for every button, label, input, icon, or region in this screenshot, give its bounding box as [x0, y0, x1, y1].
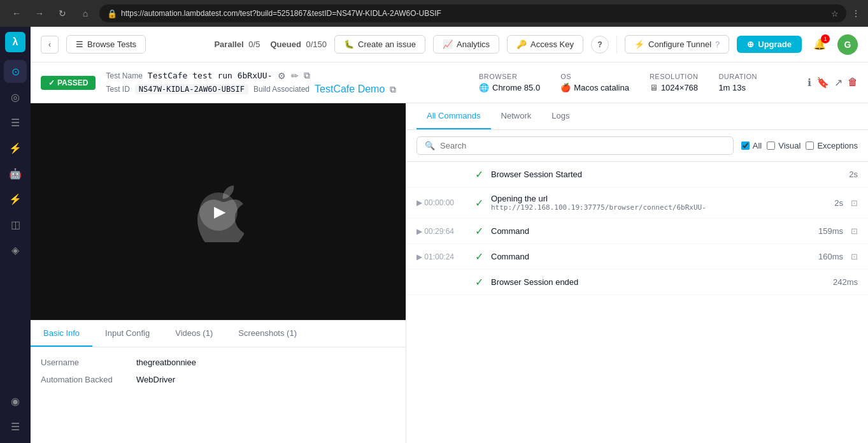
screenshot-icon[interactable]: ⊡ — [851, 226, 858, 236]
sidebar-item-home[interactable]: ⊙ — [4, 60, 27, 83]
sidebar: λ ⊙ ◎ ☰ ⚡ 🤖 ⚡ ◫ ◈ ◉ ☰ — [0, 27, 31, 443]
delete-icon[interactable]: 🗑 — [848, 76, 858, 89]
filter-all-checkbox[interactable] — [741, 142, 750, 150]
sidebar-item-grid[interactable]: ◫ — [4, 213, 27, 236]
user-avatar[interactable]: G — [837, 34, 858, 55]
sidebar-item-settings[interactable]: ◉ — [4, 389, 27, 412]
cmd-name: Command — [491, 226, 797, 236]
configure-tunnel-button[interactable]: ⚡ Configure Tunnel ? — [625, 35, 729, 54]
tab-basic-info[interactable]: Basic Info — [31, 321, 92, 347]
test-id-label: Test ID — [106, 85, 129, 94]
cmd-duration: 160ms — [805, 252, 843, 261]
command-tab-list: All Commands Network Logs — [406, 103, 868, 130]
browse-tests-icon: ☰ — [76, 40, 83, 49]
copy-action-icon[interactable]: ⧉ — [304, 70, 310, 81]
cmd-info: Command — [491, 252, 797, 261]
sidebar-item-tests[interactable]: ☰ — [4, 111, 27, 134]
screenshot-icon[interactable]: ⊡ — [851, 198, 858, 208]
cmd-name: Command — [491, 252, 797, 261]
filter-exceptions[interactable]: Exceptions — [806, 141, 858, 150]
bug-icon: 🐛 — [344, 40, 354, 49]
browser-label: Browser — [479, 73, 540, 80]
notification-badge: 1 — [821, 34, 830, 43]
screenshot-icon[interactable]: ⊡ — [851, 252, 858, 261]
cmd-duration: 2s — [805, 198, 843, 208]
info-icon[interactable]: ℹ — [808, 76, 811, 89]
tab-videos[interactable]: Videos (1) — [162, 321, 225, 347]
settings-action-icon[interactable]: ⚙ — [278, 71, 286, 81]
analytics-label: Analytics — [457, 40, 490, 49]
cmd-timestamp: ▶ 00:29:64 — [416, 227, 467, 236]
sidebar-item-docs[interactable]: ☰ — [4, 415, 27, 438]
cmd-status-icon: ✓ — [475, 251, 483, 263]
view-icon: ◈ — [11, 244, 19, 256]
tab-screenshots[interactable]: Screenshots (1) — [225, 321, 309, 347]
browser-chrome: ← → ↻ ⌂ 🔒 https://automation.lambdatest.… — [0, 0, 868, 27]
sidebar-item-view[interactable]: ◈ — [4, 238, 27, 261]
tab-input-config[interactable]: Input Config — [92, 321, 162, 347]
filter-all[interactable]: All — [741, 141, 762, 150]
back-button[interactable]: ‹ — [41, 36, 59, 54]
help-circle-icon: ? — [715, 40, 720, 49]
create-issue-label: Create an issue — [358, 40, 416, 49]
url-bar[interactable]: 🔒 https://automation.lambdatest.com/test… — [99, 4, 846, 22]
browse-tests-label: Browse Tests — [87, 40, 136, 49]
chart-icon: 📈 — [443, 40, 453, 49]
cmd-name: Opening the url — [491, 194, 797, 203]
docs-icon: ☰ — [11, 421, 20, 433]
analytics-button[interactable]: 📈 Analytics — [433, 35, 499, 54]
upgrade-button[interactable]: ⊕ Upgrade — [737, 36, 802, 53]
duration-label: Duration — [718, 73, 757, 80]
grid-icon: ◫ — [11, 219, 20, 231]
home-nav-button[interactable]: ⌂ — [76, 4, 94, 22]
video-play-button[interactable]: ▶ — [199, 192, 238, 231]
cmd-tab-network[interactable]: Network — [491, 103, 542, 129]
command-row[interactable]: ▶ 00:29:64 ✓ Command 159ms ⊡ — [406, 219, 868, 244]
duration-value: 1m 13s — [718, 83, 757, 92]
meta-info: Browser 🌐 Chrome 85.0 OS 🍎 Macos catalin… — [479, 73, 797, 92]
command-row[interactable]: ✓ Browser Session Started 2s — [406, 162, 868, 187]
access-key-button[interactable]: 🔑 Access Key — [507, 35, 583, 54]
create-issue-button[interactable]: 🐛 Create an issue — [334, 35, 425, 54]
browser-actions: ⋮ — [851, 8, 860, 18]
sidebar-item-automation[interactable]: ⚡ — [4, 136, 27, 159]
upgrade-icon: ⊕ — [747, 40, 754, 49]
command-search-box[interactable]: 🔍 — [416, 136, 734, 155]
check-icon: ✓ — [48, 78, 55, 87]
search-input[interactable] — [440, 141, 725, 150]
browser-menu-icon[interactable]: ⋮ — [851, 8, 860, 18]
cmd-tab-logs[interactable]: Logs — [541, 103, 580, 129]
command-row[interactable]: ▶ 01:00:24 ✓ Command 160ms ⊡ — [406, 244, 868, 270]
filter-visual[interactable]: Visual — [767, 141, 800, 150]
refresh-nav-button[interactable]: ↻ — [53, 4, 71, 22]
browse-tests-button[interactable]: ☰ Browse Tests — [66, 35, 146, 54]
bottom-tabs: Basic Info Input Config Videos (1) Scree… — [31, 320, 406, 402]
back-nav-button[interactable]: ← — [8, 4, 25, 22]
sidebar-item-robot[interactable]: 🤖 — [4, 162, 27, 185]
copy-id-icon[interactable]: ⧉ — [390, 84, 396, 95]
cmd-duration: 242ms — [820, 277, 858, 287]
share-icon[interactable]: ↗ — [834, 76, 843, 89]
sidebar-item-lightning[interactable]: ⚡ — [4, 187, 27, 210]
queued-label: Queued 0/150 — [270, 40, 327, 49]
forward-nav-button[interactable]: → — [31, 4, 48, 22]
notification-button[interactable]: 🔔 1 — [809, 34, 830, 55]
url-text: https://automation.lambdatest.com/test?b… — [121, 9, 827, 18]
os-label: OS — [560, 73, 629, 80]
bookmark-icon[interactable]: 🔖 — [816, 76, 829, 89]
help-button[interactable]: ? — [591, 36, 609, 54]
os-meta: OS 🍎 Macos catalina — [560, 73, 629, 92]
command-row[interactable]: ▶ 00:00:00 ✓ Opening the url http://192.… — [406, 187, 868, 219]
edit-action-icon[interactable]: ✏ — [291, 71, 299, 81]
robot-icon: 🤖 — [9, 168, 22, 180]
build-link[interactable]: TestCafe Demo — [315, 84, 385, 95]
filter-exceptions-checkbox[interactable] — [806, 142, 814, 150]
cmd-info: Command — [491, 226, 797, 236]
cmd-tab-all[interactable]: All Commands — [416, 103, 491, 129]
bottom-tab-list: Basic Info Input Config Videos (1) Scree… — [31, 321, 406, 347]
command-row[interactable]: ✓ Browser Session ended 242ms — [406, 270, 868, 295]
resolution-meta: Resolution 🖥 1024×768 — [650, 73, 699, 92]
filter-visual-checkbox[interactable] — [767, 142, 775, 150]
cmd-status-icon: ✓ — [475, 225, 483, 237]
sidebar-item-analytics[interactable]: ◎ — [4, 85, 27, 108]
